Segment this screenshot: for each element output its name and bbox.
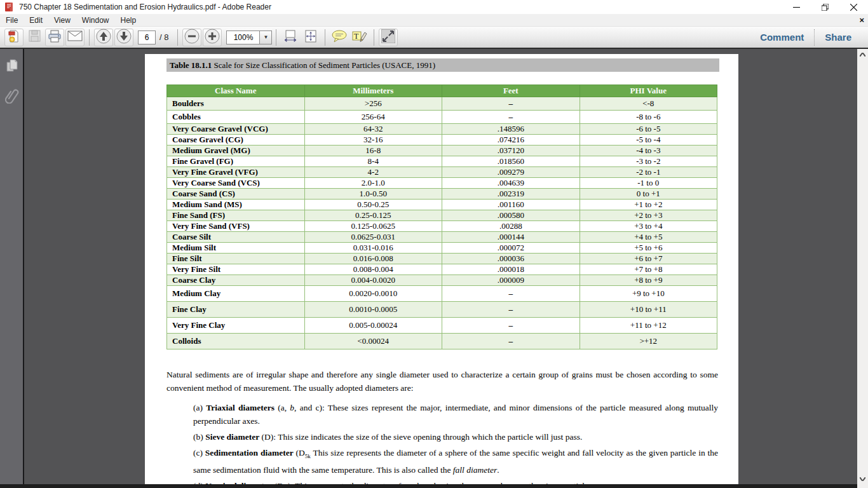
table-cell-phi: +3 to +4	[580, 221, 717, 232]
menu-bar: File Edit View Window Help ×	[0, 14, 868, 27]
table-cell-class: Medium Gravel (MG)	[167, 146, 305, 156]
prev-page-icon	[96, 29, 111, 46]
table-cell-phi: +2 to +3	[580, 210, 717, 221]
table-body: Boulders>256–<-8Cobbles256-64–-8 to -6Ve…	[167, 97, 717, 349]
zoom-in-button[interactable]	[203, 29, 222, 46]
minimize-button[interactable]	[782, 0, 811, 14]
attachments-paperclip-icon	[5, 87, 19, 106]
table-row: Fine Clay0.0010-0.0005–+10 to +11	[167, 302, 717, 318]
table-cell-mm: 1.0-0.50	[304, 189, 442, 200]
table-cell-feet: –	[442, 302, 580, 318]
table-cell-class: Coarse Silt	[167, 232, 305, 243]
table-cell-phi: +9 to +10	[580, 286, 717, 302]
table-cell-phi: +6 to +7	[580, 254, 717, 264]
menu-view[interactable]: View	[48, 15, 76, 26]
open-icon	[8, 30, 20, 45]
highlight-text-button[interactable]: T	[350, 29, 369, 46]
fit-width-icon	[284, 30, 297, 45]
table-cell-phi: +11 to +12	[580, 318, 717, 334]
table-cell-class: Fine Silt	[167, 254, 305, 264]
next-page-button[interactable]	[114, 29, 133, 46]
table-row: Very Fine Silt0.008-0.004.000018+7 to +8	[167, 264, 717, 275]
table-cell-feet: –	[442, 318, 580, 334]
navigation-sidebar	[0, 49, 24, 484]
table-row: Cobbles256-64–-8 to -6	[167, 111, 717, 124]
table-cell-class: Medium Sand (MS)	[167, 200, 305, 210]
table-cell-phi: +4 to +5	[580, 232, 717, 243]
pdf-app-icon	[5, 3, 15, 11]
table-cell-class: Very Fine Gravel (VFG)	[167, 167, 305, 178]
table-cell-mm: 0.50-0.25	[304, 200, 442, 210]
open-button[interactable]	[4, 29, 24, 46]
title-bar: 750 Chapter 18 Sedimentation and Erosion…	[0, 0, 868, 14]
window-title: 750 Chapter 18 Sedimentation and Erosion…	[19, 3, 271, 11]
table-cell-mm: 32-16	[304, 135, 442, 146]
previous-page-button[interactable]	[94, 29, 113, 46]
menu-help[interactable]: Help	[115, 15, 142, 26]
zoom-level-value[interactable]: 100%	[226, 30, 259, 44]
column-header-phi-value: PHI Value	[580, 85, 717, 97]
table-cell-feet: .004639	[442, 178, 580, 189]
table-row: Coarse Clay0.004-0.0020.000009+8 to +9	[167, 275, 717, 286]
menu-file[interactable]: File	[0, 15, 24, 26]
comment-button[interactable]	[330, 29, 349, 46]
attachments-button[interactable]	[0, 86, 24, 107]
table-cell-mm: <0.00024	[304, 334, 442, 349]
table-cell-phi: +8 to +9	[580, 275, 717, 286]
restore-button[interactable]	[811, 0, 839, 14]
zoom-dropdown-button[interactable]: ▼	[259, 30, 272, 44]
list-item: (b) Sieve diameter (D): This size indica…	[166, 430, 718, 444]
table-cell-phi: -3 to -2	[580, 156, 717, 167]
page-number-input[interactable]	[138, 30, 156, 44]
table-cell-class: Boulders	[167, 97, 305, 111]
intro-paragraph: Natural sediments are of irregular shape…	[166, 368, 718, 395]
print-button[interactable]	[45, 29, 64, 46]
table-cell-class: Very Fine Clay	[167, 318, 305, 334]
table-cell-feet: .018560	[442, 156, 580, 167]
zoom-in-icon	[205, 29, 220, 46]
table-cell-class: Fine Clay	[167, 302, 305, 318]
fullscreen-button[interactable]	[379, 29, 398, 46]
scroll-up-icon[interactable]	[857, 49, 868, 60]
table-cell-mm: 0.004-0.0020	[304, 275, 442, 286]
table-cell-feet: .000009	[442, 275, 580, 286]
table-row: Very Fine Clay0.005-0.00024–+11 to +12	[167, 318, 717, 334]
email-button[interactable]	[65, 29, 85, 46]
menu-window[interactable]: Window	[76, 15, 115, 26]
table-cell-class: Cobbles	[167, 111, 305, 124]
close-button[interactable]	[839, 0, 868, 14]
zoom-dropdown-icon: ▼	[264, 34, 269, 40]
table-cell-feet: .00288	[442, 221, 580, 232]
table-cell-phi: 0 to +1	[580, 189, 717, 200]
table-row: Fine Sand (FS)0.25-0.125.000580+2 to +3	[167, 210, 717, 221]
table-cell-phi: -4 to -3	[580, 146, 717, 156]
table-cell-mm: 0.0625-0.031	[304, 232, 442, 243]
close-document-icon[interactable]: ×	[859, 15, 864, 25]
column-header-millimeters: Millimeters	[304, 85, 442, 97]
table-row: Coarse Gravel (CG)32-16.074216-5 to -4	[167, 135, 717, 146]
scroll-down-icon[interactable]	[857, 473, 868, 484]
table-caption-label: Table 18.1.1	[170, 60, 212, 70]
table-row: Coarse Sand (CS)1.0-0.50.0023190 to +1	[167, 189, 717, 200]
table-row: Medium Clay0.0020-0.0010–+9 to +10	[167, 286, 717, 302]
table-cell-feet: .000018	[442, 264, 580, 275]
table-cell-mm: 0.25-0.125	[304, 210, 442, 221]
share-panel-button[interactable]: Share	[815, 32, 862, 43]
menu-edit[interactable]: Edit	[24, 15, 48, 26]
table-cell-feet: –	[442, 286, 580, 302]
table-cell-phi: +1 to +2	[580, 200, 717, 210]
fit-page-icon	[304, 30, 317, 45]
page-thumbnails-button[interactable]	[0, 57, 24, 78]
fit-page-button[interactable]	[301, 29, 320, 46]
comment-panel-button[interactable]: Comment	[750, 32, 814, 43]
fit-width-button[interactable]	[281, 29, 300, 46]
table-cell-class: Very Fine Sand (VFS)	[167, 221, 305, 232]
table-cell-mm: 4-2	[304, 167, 442, 178]
document-area: Table 18.1.1 Scale for Size Classificati…	[0, 49, 868, 488]
table-cell-feet: .148596	[442, 124, 580, 135]
vertical-scrollbar[interactable]	[857, 49, 868, 488]
table-row: Boulders>256–<-8	[167, 97, 717, 111]
save-button[interactable]	[25, 29, 44, 46]
zoom-out-button[interactable]	[182, 29, 201, 46]
column-header-class-name: Class Name	[167, 85, 305, 97]
